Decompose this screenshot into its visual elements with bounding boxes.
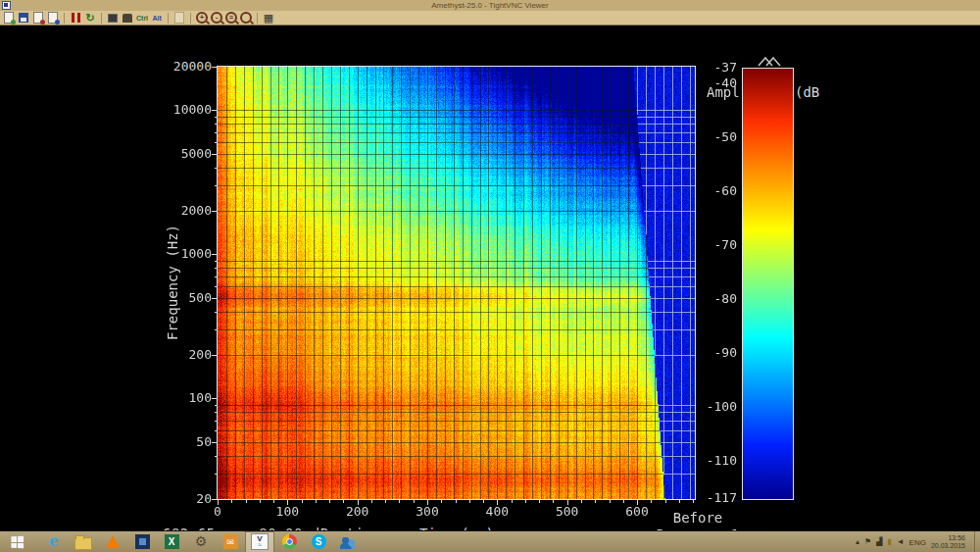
y-minor-tick-mark xyxy=(215,286,218,287)
y-minor-tick-mark xyxy=(215,430,218,431)
vlc-icon xyxy=(106,535,120,548)
taskbar-app-tightvnc[interactable]: V≈ xyxy=(245,531,274,552)
y-tick-mark xyxy=(212,67,218,68)
x-tick-label: 300 xyxy=(408,504,447,519)
x-minor-tick-mark xyxy=(231,500,232,503)
fullscreen-button[interactable]: ▦ xyxy=(263,12,274,25)
zoom-in-button[interactable]: + xyxy=(196,12,208,25)
taskbar-app-photo-viewer[interactable] xyxy=(127,531,157,552)
colorbar-tick-label: -50 xyxy=(686,129,737,144)
refresh-button[interactable]: ↻ xyxy=(84,12,96,25)
taskbar-app-people[interactable] xyxy=(333,531,363,552)
x-minor-tick-mark xyxy=(595,500,596,503)
zoom-in-icon: + xyxy=(196,12,208,24)
y-tick-mark xyxy=(212,254,218,255)
y-tick-mark xyxy=(212,355,218,356)
start-button[interactable] xyxy=(0,531,33,552)
toolbar-separator xyxy=(168,13,169,24)
folder-icon xyxy=(74,537,92,550)
x-tick-label: 500 xyxy=(548,504,587,519)
y-tick-label: 10000 xyxy=(157,102,212,117)
alt-key-button[interactable]: Alt xyxy=(151,12,163,25)
y-minor-tick-mark xyxy=(215,142,218,143)
ctrl-key-button[interactable]: Ctrl xyxy=(136,12,148,25)
colorbar-tick-label: -110 xyxy=(686,453,737,468)
pause-icon xyxy=(72,13,80,23)
taskbar-app-settings[interactable]: ⚙ xyxy=(186,531,216,552)
y-minor-tick-mark xyxy=(215,405,218,406)
hidden-icons-button[interactable]: ▴ xyxy=(856,537,859,547)
x-minor-tick-mark xyxy=(539,500,540,503)
zoom-100-button[interactable]: = xyxy=(225,12,237,25)
taskbar-app-vlc[interactable] xyxy=(98,531,127,552)
taskbar-app-mail[interactable]: ✉ xyxy=(216,531,245,552)
zoom-out-button[interactable]: - xyxy=(211,12,222,25)
file-transfer-button[interactable] xyxy=(173,12,185,25)
x-tick-mark xyxy=(497,500,498,505)
zoom-auto-icon xyxy=(240,12,252,24)
volume-icon[interactable]: ◄ xyxy=(897,537,905,547)
new-connection-button[interactable] xyxy=(3,12,15,25)
keyboard-button[interactable] xyxy=(122,12,133,25)
connection-options-icon xyxy=(33,12,43,24)
spectrogram-canvas[interactable] xyxy=(218,67,695,499)
y-minor-tick-mark xyxy=(215,276,218,277)
x-minor-tick-mark xyxy=(246,500,247,503)
x-tick-mark xyxy=(358,500,359,505)
x-minor-tick-mark xyxy=(316,500,317,503)
connection-options-button[interactable] xyxy=(32,12,44,25)
system-tray: ▴ ⚑ ▟ ▮ ◄ ENG 13:56 20.03.2015 xyxy=(856,531,978,552)
network-icon[interactable]: ▟ xyxy=(876,537,882,547)
language-indicator[interactable]: ENG xyxy=(909,538,926,547)
screen: Amethyst-25.0 - TightVNC Viewer ↻CtrlAlt… xyxy=(0,0,980,552)
taskbar: eX⚙✉V≈S ▴ ⚑ ▟ ▮ ◄ ENG 13:56 20.03.2015 xyxy=(0,530,980,552)
zoom-auto-button[interactable] xyxy=(240,12,252,25)
save-icon xyxy=(19,13,28,23)
y-tick-label: 200 xyxy=(157,347,212,362)
y-tick-label: 100 xyxy=(157,390,212,405)
zoom-100-icon: = xyxy=(225,12,237,24)
taskbar-app-excel[interactable]: X xyxy=(157,531,186,552)
keyboard-icon xyxy=(122,14,132,23)
y-tick-mark xyxy=(212,154,218,155)
toolbar-separator xyxy=(64,13,65,24)
x-minor-tick-mark xyxy=(679,500,680,503)
battery-icon[interactable]: ▮ xyxy=(887,537,891,547)
action-center-icon[interactable]: ⚑ xyxy=(864,537,871,547)
photos-icon xyxy=(135,534,150,549)
y-tick-label: 50 xyxy=(157,434,212,449)
y-minor-tick-mark xyxy=(215,117,218,118)
x-minor-tick-mark xyxy=(456,500,457,503)
clock-time: 13:56 xyxy=(948,534,965,541)
y-tick-mark xyxy=(212,211,218,212)
file-transfer-icon xyxy=(174,12,184,24)
show-desktop-button[interactable] xyxy=(974,531,978,552)
x-minor-tick-mark xyxy=(525,500,526,503)
y-tick-label: 2000 xyxy=(157,203,212,218)
titlebar[interactable]: Amethyst-25.0 - TightVNC Viewer xyxy=(0,0,980,11)
colorbar-tick-label: -60 xyxy=(686,183,737,198)
pause-button[interactable] xyxy=(70,12,81,25)
x-minor-tick-mark xyxy=(623,500,624,503)
x-tick-mark xyxy=(637,500,638,505)
cursor-chevron-icon xyxy=(757,55,784,68)
x-minor-tick-mark xyxy=(581,500,582,503)
y-minor-tick-mark xyxy=(215,168,218,169)
taskbar-app-file-explorer[interactable] xyxy=(69,531,98,552)
taskbar-app-chrome[interactable] xyxy=(274,531,304,552)
save-session-button[interactable] xyxy=(18,12,29,25)
y-tick-mark xyxy=(212,398,218,399)
connection-info-button[interactable] xyxy=(47,12,59,25)
x-minor-tick-mark xyxy=(260,500,261,503)
taskbar-app-internet-explorer[interactable]: e xyxy=(39,531,69,552)
taskbar-app-skype[interactable]: S xyxy=(304,531,333,552)
x-minor-tick-mark xyxy=(414,500,415,503)
gear-icon: ⚙ xyxy=(195,534,208,549)
ctrl-alt-del-button[interactable] xyxy=(107,12,119,25)
y-minor-tick-mark xyxy=(215,456,218,457)
y-tick-mark xyxy=(212,298,218,299)
y-tick-mark xyxy=(212,110,218,111)
clock[interactable]: 13:56 20.03.2015 xyxy=(931,534,965,550)
fullscreen-icon: ▦ xyxy=(264,13,273,24)
x-tick-label: 600 xyxy=(617,504,657,519)
